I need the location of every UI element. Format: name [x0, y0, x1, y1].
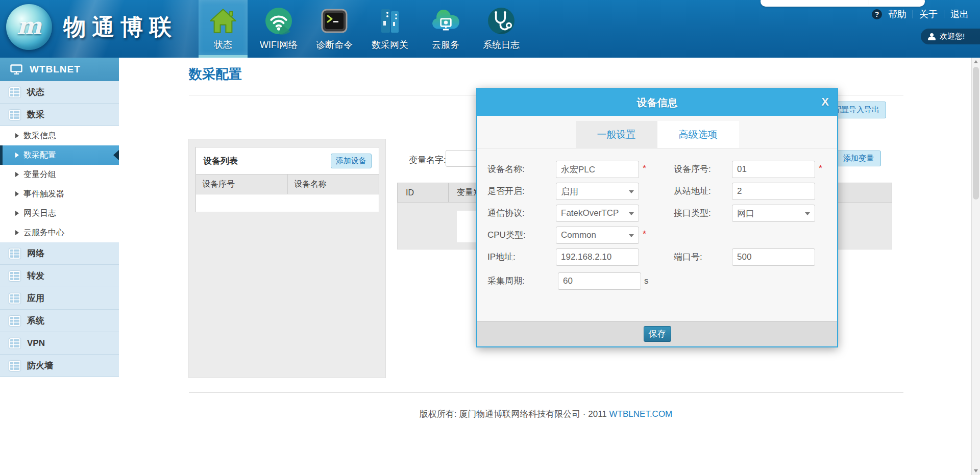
welcome-badge[interactable]: 欢迎您! [921, 29, 980, 44]
ip-address-label: IP地址: [487, 248, 516, 266]
enable-label: 是否开启: [487, 183, 525, 200]
nav-item-system-log[interactable]: 系统日志 [477, 0, 526, 58]
stethoscope-icon [487, 6, 515, 36]
divider [189, 392, 903, 393]
modal-titlebar: 设备信息 X [477, 89, 837, 116]
caret-right-icon [15, 153, 19, 158]
add-device-button[interactable]: 添加设备 [331, 154, 372, 168]
scrollbar-thumb[interactable] [973, 67, 979, 199]
grid-icon [9, 338, 20, 348]
nav-item-wifi-network[interactable]: WIFI网络 [254, 0, 303, 58]
poll-period-input[interactable] [558, 272, 641, 290]
wtblnet-link[interactable]: WTBLNET.COM [609, 409, 673, 419]
nav-item-status[interactable]: 状态 [199, 0, 248, 58]
device-no-input[interactable] [732, 161, 815, 178]
sidebar-item-network[interactable]: 网络 [0, 242, 119, 265]
scroll-up-icon[interactable] [974, 60, 978, 63]
grid-icon [9, 316, 20, 326]
required-marker: * [643, 227, 646, 242]
copyright-text: 版权所有: 厦门物通博联网络科技有限公司 · 2011 [420, 409, 607, 419]
interface-type-label: 接口类型: [674, 205, 711, 222]
column-header-device-name: 设备名称 [288, 179, 327, 190]
sidebar-item-firewall[interactable]: 防火墙 [0, 355, 119, 377]
tab-general-settings[interactable]: 一般设置 [576, 121, 657, 148]
caret-right-icon [15, 211, 19, 216]
divider [944, 10, 944, 18]
user-icon [928, 33, 936, 40]
chevron-down-icon [629, 234, 634, 237]
sidebar-item-cloud-service-center[interactable]: 云服务中心 [0, 223, 119, 242]
divider [913, 10, 913, 18]
device-list-header: 设备列表 添加设备 [196, 147, 379, 174]
protocol-select[interactable]: FatekOverTCP [556, 205, 639, 222]
sidebar-item-vpn[interactable]: VPN [0, 332, 119, 355]
sidebar-item-event-trigger[interactable]: 事件触发器 [0, 184, 119, 204]
sidebar-item-da-info[interactable]: 数采信息 [0, 126, 119, 145]
page-title: 数采配置 [189, 65, 242, 83]
cloud-icon [431, 6, 460, 36]
port-input[interactable] [732, 248, 815, 266]
grid-icon [9, 110, 20, 120]
sidebar-item-status[interactable]: 状态 [0, 81, 119, 104]
required-marker: * [819, 161, 822, 176]
wifi-icon [265, 6, 292, 36]
nav-item-data-gateway[interactable]: 数采网关 [365, 0, 414, 58]
vertical-scrollbar[interactable] [971, 58, 980, 475]
caret-right-icon [15, 230, 19, 235]
sidebar-item-variable-group[interactable]: 变量分组 [0, 165, 119, 184]
close-icon[interactable]: X [821, 95, 829, 109]
modal-title: 设备信息 [637, 96, 678, 110]
scroll-down-icon[interactable] [974, 469, 978, 472]
sidebar-item-da-config[interactable]: 数采配置 [0, 145, 119, 165]
brand-logo: m 物通博联 [6, 4, 178, 50]
brand-name: 物通博联 [63, 12, 178, 42]
interface-type-select[interactable]: 网口 [732, 205, 815, 222]
sidebar: WTBLNET 状态 数采 数采信息 数采 [0, 58, 119, 475]
grid-icon [9, 248, 20, 259]
device-name-input[interactable] [556, 161, 639, 178]
device-name-label: 设备名称: [487, 161, 525, 178]
variable-name-label: 变量名字: [409, 154, 446, 166]
device-no-label: 设备序号: [674, 161, 711, 178]
nav-item-diagnostic-commands[interactable]: 诊断命令 [310, 0, 359, 58]
search-input[interactable] [761, 0, 925, 7]
footer: 版权所有: 厦门物通博联网络科技有限公司 · 2011 WTBLNET.COM [188, 408, 903, 420]
chevron-down-icon [629, 212, 634, 215]
seconds-suffix: s [644, 272, 649, 290]
help-icon: ? [872, 9, 882, 19]
caret-right-icon [15, 191, 19, 196]
sidebar-item-data-acquisition[interactable]: 数采 [0, 104, 119, 126]
tab-advanced-options[interactable]: 高级选项 [657, 121, 739, 148]
top-navbar: m 物通博联 状态 [0, 0, 980, 58]
add-variable-button[interactable]: 添加变量 [836, 151, 881, 166]
sidebar-item-application[interactable]: 应用 [0, 287, 119, 310]
app-window: m 物通博联 状态 [0, 0, 980, 475]
cpu-type-select[interactable]: Common [556, 227, 639, 244]
sidebar-item-gateway-log[interactable]: 网关日志 [0, 204, 119, 223]
modal-footer: 保存 [477, 321, 837, 346]
monitor-icon [10, 64, 22, 74]
nav-item-cloud-service[interactable]: 云服务 [421, 0, 470, 58]
ip-address-input[interactable] [556, 248, 639, 266]
modal-tabs: 一般设置 高级选项 [477, 121, 837, 148]
chevron-down-icon [629, 190, 634, 193]
grid-icon [9, 87, 20, 97]
about-link[interactable]: 关于 [919, 8, 938, 20]
logout-link[interactable]: 退出 [950, 8, 969, 20]
protocol-label: 通信协议: [487, 205, 525, 222]
welcome-text: 欢迎您! [940, 32, 965, 41]
device-list-panel: 设备列表 添加设备 设备序号 设备名称 [195, 147, 379, 212]
device-info-modal: 设备信息 X 一般设置 高级选项 设备名称: * 设备序号: * 是否开启: 启… [476, 88, 838, 347]
enable-select[interactable]: 启用 [556, 183, 639, 200]
slave-address-input[interactable] [732, 183, 815, 200]
grid-icon [9, 361, 20, 371]
utility-links: ? 帮助 关于 退出 [872, 8, 969, 20]
caret-right-icon [15, 133, 19, 138]
chevron-down-icon [805, 212, 810, 215]
help-link[interactable]: 帮助 [888, 8, 906, 20]
sidebar-item-forwarding[interactable]: 转发 [0, 265, 119, 287]
save-button[interactable]: 保存 [644, 326, 671, 342]
sidebar-item-system[interactable]: 系统 [0, 310, 119, 332]
sidebar-header: WTBLNET [0, 58, 119, 81]
gateway-device-icon [377, 6, 403, 36]
